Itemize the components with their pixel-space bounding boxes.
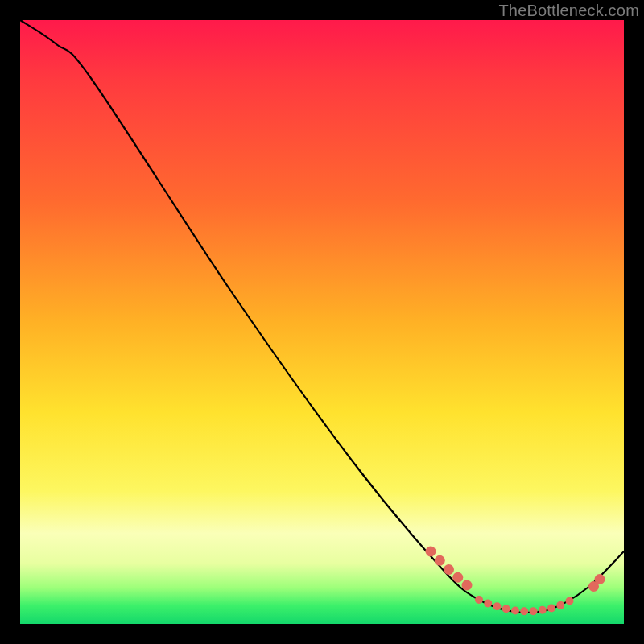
data-dot: [493, 602, 502, 610]
data-dot: [539, 606, 547, 614]
data-dots-fine: [475, 596, 574, 615]
data-dot: [520, 607, 528, 615]
plot-area: [20, 20, 624, 624]
data-dots-coarse: [426, 547, 605, 592]
data-dot: [426, 547, 436, 557]
watermark-text: TheBottleneck.com: [498, 2, 639, 20]
data-dot: [595, 574, 605, 584]
data-dot: [502, 605, 510, 613]
data-dot: [484, 600, 492, 608]
data-dot: [462, 580, 473, 591]
data-dot: [566, 597, 574, 605]
data-dot: [452, 572, 463, 583]
data-dot: [475, 596, 483, 604]
data-dot: [530, 607, 538, 615]
data-dot: [444, 564, 454, 575]
curve-layer: [20, 20, 624, 624]
data-dot: [435, 555, 445, 566]
data-dot: [556, 601, 564, 609]
bottleneck-curve: [20, 20, 624, 613]
chart-frame: TheBottleneck.com: [0, 0, 644, 644]
data-dot: [547, 605, 555, 613]
data-dot: [511, 607, 519, 615]
